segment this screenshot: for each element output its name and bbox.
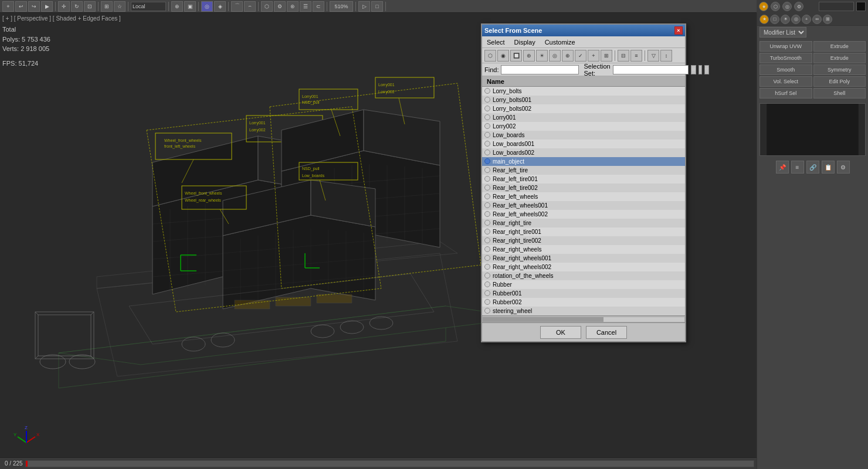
list-item[interactable]: Rear_right_wheels001 — [482, 254, 685, 263]
list-item[interactable]: Lorry_bolts002 — [482, 104, 685, 113]
list-item[interactable]: Rear_left_wheels — [482, 192, 685, 201]
dlg-btn-9[interactable]: + — [588, 50, 599, 62]
dlg-btn-3[interactable]: 🔲 — [510, 50, 522, 62]
list-item[interactable]: Rear_right_wheels002 — [482, 263, 685, 271]
mod-btn-vol-select[interactable]: Vol. Select — [760, 76, 812, 87]
panel-icon-cam[interactable]: ◎ — [791, 15, 801, 24]
find-input[interactable] — [501, 65, 579, 74]
list-item[interactable]: Lorry001 — [482, 113, 685, 122]
selection-set-input[interactable] — [613, 65, 689, 74]
h-scroll-track[interactable] — [482, 317, 685, 322]
toolbar-misc1[interactable]: ⬡ — [261, 1, 273, 12]
mod-btn-shell[interactable]: Shell — [813, 88, 866, 98]
toolbar-stop[interactable]: □ — [371, 1, 383, 12]
list-item[interactable]: main_object — [482, 157, 685, 166]
dialog-menu-display[interactable]: Display — [512, 39, 538, 46]
toolbar-render2[interactable]: ◈ — [214, 1, 226, 12]
dlg-btn-2[interactable]: ◉ — [497, 50, 509, 62]
list-item[interactable]: Rubber002 — [482, 298, 685, 307]
dlg-btn-4[interactable]: ⊛ — [523, 50, 535, 62]
panel-settings-icon[interactable]: ⚙ — [837, 161, 850, 174]
toolbar-misc5[interactable]: ⊂ — [313, 1, 324, 12]
list-item[interactable]: Low_boards — [482, 131, 685, 140]
mod-btn-symmetry[interactable]: Symmetry — [813, 64, 866, 75]
toolbar-play[interactable]: ▷ — [358, 1, 370, 12]
panel-icon-helper[interactable]: + — [802, 15, 811, 24]
toolbar-btn-3[interactable]: ↪ — [28, 1, 40, 12]
modifier-list-dropdown[interactable]: Modifier List — [760, 27, 806, 38]
toolbar-misc2[interactable]: ⚙ — [274, 1, 286, 12]
toolbar-btn-1[interactable]: + — [2, 1, 14, 12]
list-item[interactable]: Rubber — [482, 280, 685, 289]
toolbar-rotate[interactable]: ↻ — [71, 1, 83, 12]
panel-icon-space[interactable]: ∞ — [812, 15, 822, 24]
toolbar-percent[interactable]: 510% — [330, 1, 353, 12]
list-item[interactable]: Low_boards002 — [482, 148, 685, 157]
list-item[interactable]: Rear_right_tire001 — [482, 227, 685, 236]
dialog-close-button[interactable]: × — [674, 26, 683, 35]
toolbar-misc4[interactable]: ☰ — [300, 1, 311, 12]
list-item[interactable]: rotation_of_the_wheels — [482, 271, 685, 280]
list-item[interactable]: Rear_left_tire — [482, 166, 685, 175]
dialog-menu-customize[interactable]: Customize — [542, 39, 578, 46]
panel-pin-icon[interactable]: 📌 — [776, 161, 789, 174]
dlg-btn-8[interactable]: ✓ — [575, 50, 586, 62]
list-item[interactable]: Rear_right_tire002 — [482, 236, 685, 245]
mod-btn-extrude-2[interactable]: Extrude — [813, 53, 866, 63]
dlg-btn-list[interactable]: ≡ — [630, 50, 642, 62]
list-item[interactable]: Rear_left_wheels002 — [482, 210, 685, 219]
panel-icon-cube[interactable]: □ — [770, 15, 779, 24]
find-icon-btn-3[interactable]: ▽ — [704, 65, 709, 74]
list-item[interactable]: Rubber001 — [482, 289, 685, 298]
toolbar-filter[interactable]: ▣ — [184, 1, 196, 12]
list-item[interactable]: Rear_right_wheels — [482, 245, 685, 254]
toolbar-render[interactable]: ◎ — [201, 1, 213, 12]
dlg-btn-7[interactable]: ⊕ — [562, 50, 574, 62]
panel-icon-star[interactable]: ★ — [760, 15, 769, 24]
list-item[interactable]: Rear_right_tire — [482, 219, 685, 227]
dlg-btn-10[interactable]: ⊞ — [601, 50, 612, 62]
object-list[interactable]: Lorry_boltsLorry_bolts001Lorry_bolts002L… — [482, 87, 685, 315]
toolbar-misc3[interactable]: ⊛ — [287, 1, 299, 12]
ok-button[interactable]: OK — [540, 326, 581, 339]
dlg-btn-6[interactable]: ◎ — [549, 50, 561, 62]
horizontal-scrollbar[interactable] — [482, 315, 685, 322]
find-icon-btn-2[interactable]: ↓ — [699, 65, 702, 74]
list-item[interactable]: Rear_left_tire001 — [482, 175, 685, 183]
panel-link-icon[interactable]: 🔗 — [806, 161, 819, 174]
list-item[interactable]: Rear_left_wheels001 — [482, 201, 685, 210]
list-item[interactable]: Rear_left_tire002 — [482, 183, 685, 192]
toolbar-move[interactable]: ✛ — [58, 1, 70, 12]
find-icon-btn-1[interactable]: ⊞ — [691, 65, 696, 74]
mod-btn-hsurf-sel[interactable]: hSurf Sel — [760, 88, 812, 98]
dlg-btn-5[interactable]: ☀ — [536, 50, 548, 62]
dlg-btn-filter[interactable]: ▽ — [647, 50, 659, 62]
dlg-btn-sort[interactable]: ↕ — [660, 50, 672, 62]
mod-btn-unwrap-uvw[interactable]: Unwrap UVW — [760, 41, 812, 52]
timeline-bar[interactable] — [25, 460, 754, 467]
list-item[interactable]: Low_boards001 — [482, 140, 685, 148]
panel-icon-light[interactable]: ☀ — [781, 15, 790, 24]
cancel-button[interactable]: Cancel — [586, 326, 627, 339]
toolbar-btn-2[interactable]: ↩ — [15, 1, 27, 12]
h-scroll-thumb[interactable] — [483, 317, 603, 322]
dialog-menu-select[interactable]: Select — [484, 39, 507, 46]
toolbar-curve[interactable]: ⌒ — [231, 1, 243, 12]
mod-btn-extrude-1[interactable]: Extrude — [813, 41, 866, 52]
toolbar-scale[interactable]: ⊡ — [84, 1, 96, 12]
toolbar-btn-select[interactable]: ▶ — [41, 1, 53, 12]
dlg-btn-grid[interactable]: ⊟ — [618, 50, 629, 62]
reference-coord-input[interactable] — [131, 2, 166, 11]
panel-list-icon[interactable]: ≡ — [791, 161, 804, 174]
mod-btn-edit-poly[interactable]: Edit Poly — [813, 76, 866, 87]
list-item[interactable]: Lorry_bolts001 — [482, 96, 685, 104]
list-item[interactable]: Lorry_bolts — [482, 87, 685, 96]
list-item[interactable]: Lorry002 — [482, 122, 685, 131]
toolbar-layer[interactable]: ⊕ — [171, 1, 183, 12]
panel-copy-icon[interactable]: 📋 — [822, 161, 835, 174]
toolbar-snap2[interactable]: ☆ — [114, 1, 126, 12]
panel-icon-layer[interactable]: ⊞ — [823, 15, 832, 24]
toolbar-arc[interactable]: ⌢ — [244, 1, 256, 12]
toolbar-snap[interactable]: ⊞ — [101, 1, 113, 12]
mod-btn-turbosmooth[interactable]: TurboSmooth — [760, 53, 812, 63]
